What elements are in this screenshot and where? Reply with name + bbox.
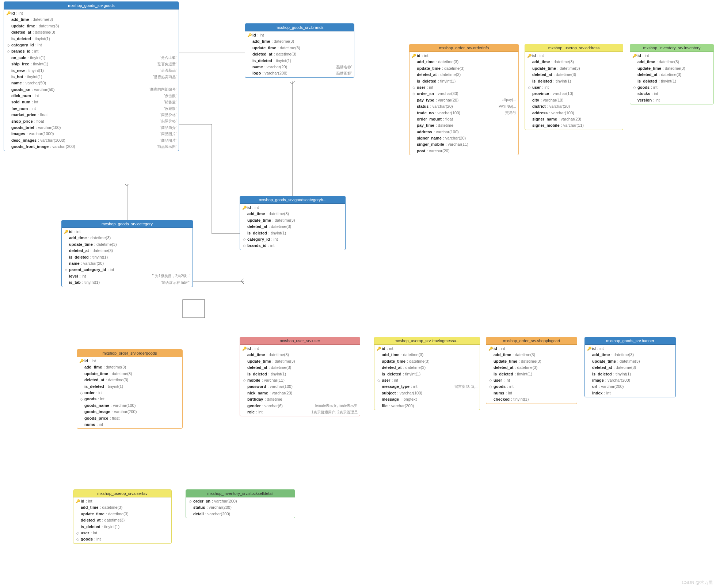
field-row[interactable]: ◇category_id: int	[4, 42, 179, 48]
entity-inventory[interactable]: mxshop_inventory_srv.inventory🔑id: intad…	[630, 44, 714, 104]
field-row[interactable]: update_time: datetime(3)	[62, 241, 193, 248]
field-row[interactable]: add_time: datetime(3)	[245, 38, 354, 45]
field-row[interactable]: update_time: datetime(3)	[374, 358, 480, 364]
field-row[interactable]: sold_num: int'销售量'	[4, 99, 179, 105]
field-row[interactable]: click_num: int'点击数'	[4, 93, 179, 99]
entity-title[interactable]: mxshop_order_srv.shoppingcart	[486, 337, 577, 345]
field-row[interactable]: deleted_at: datetime(3)	[77, 377, 182, 383]
field-row[interactable]: status: varchar(200)	[186, 504, 295, 511]
field-row[interactable]: update_time: datetime(3)	[585, 358, 675, 364]
field-row[interactable]: is_deleted: tinyint(1)	[240, 371, 360, 377]
field-row[interactable]: update_time: datetime(3)	[245, 45, 354, 51]
field-row[interactable]: signer_name: varchar(20)	[525, 116, 623, 122]
entity-title[interactable]: mxshop_goods_srv.brands	[245, 24, 354, 31]
field-row[interactable]: status: varchar(20)PAYING(...	[410, 103, 518, 110]
field-row[interactable]: index: int	[585, 390, 675, 396]
field-row[interactable]: order_mount: float	[410, 116, 518, 122]
field-row[interactable]: ◇brands_id: int	[240, 243, 345, 249]
field-row[interactable]: goods_name: varchar(100)	[77, 402, 182, 409]
field-row[interactable]: is_deleted: tinyint(1)	[62, 254, 193, 260]
field-row[interactable]: deleted_at: datetime(3)	[240, 364, 360, 371]
entity-title[interactable]: mxshop_goods_srv.goods	[4, 2, 179, 9]
field-row[interactable]: update_time: datetime(3)	[77, 371, 182, 377]
field-row[interactable]: add_time: datetime(3)	[62, 235, 193, 241]
field-row[interactable]: is_deleted: tinyint(1)	[77, 383, 182, 390]
field-row[interactable]: nick_name: varchar(20)	[240, 390, 360, 396]
field-row[interactable]: goods_image: varchar(200)	[77, 409, 182, 415]
field-row[interactable]: add_time: datetime(3)	[630, 59, 713, 65]
field-row[interactable]: nums: int	[77, 421, 182, 428]
field-row[interactable]: 🔑id: int	[630, 53, 713, 59]
field-row[interactable]: ◇mobile: varchar(11)	[240, 377, 360, 383]
field-row[interactable]: deleted_at: datetime(3)	[245, 51, 354, 57]
field-row[interactable]: ◇goods: int	[77, 396, 182, 402]
field-row[interactable]: 🔑id: int	[240, 205, 345, 211]
field-row[interactable]: pay_type: varchar(20)alipay(...	[410, 97, 518, 103]
entity-title[interactable]: mxshop_goods_srv.banner	[585, 337, 675, 345]
field-row[interactable]: deleted_at: datetime(3)	[630, 72, 713, 78]
field-row[interactable]: update_time: datetime(3)	[410, 65, 518, 72]
field-row[interactable]: pay_time: datetime	[410, 122, 518, 129]
entity-title[interactable]: mxshop_inventory_srv.inventory	[630, 44, 713, 52]
field-row[interactable]: 🔑id: int	[374, 345, 480, 352]
field-row[interactable]: district: varchar(20)	[525, 103, 623, 110]
field-row[interactable]: add_time: datetime(3)	[410, 59, 518, 65]
field-row[interactable]: ◇order_sn: varchar(200)	[186, 498, 295, 504]
field-row[interactable]: address: varchar(100)	[525, 110, 623, 116]
field-row[interactable]: ◇user: int	[410, 84, 518, 91]
field-row[interactable]: add_time: datetime(3)	[4, 16, 179, 23]
field-row[interactable]: deleted_at: datetime(3)	[410, 72, 518, 78]
field-row[interactable]: add_time: datetime(3)	[240, 352, 360, 358]
field-row[interactable]: 🔑id: int	[77, 358, 182, 364]
entity-brands[interactable]: mxshop_goods_srv.brands🔑id: intadd_time:…	[245, 23, 354, 78]
field-row[interactable]: add_time: datetime(3)	[73, 504, 171, 511]
field-row[interactable]: ◇category_id: int	[240, 236, 345, 243]
entity-title[interactable]: mxshop_order_srv.ordergoods	[77, 350, 182, 357]
field-row[interactable]: deleted_at: datetime(3)	[486, 364, 577, 371]
field-row[interactable]: password: varchar(100)	[240, 383, 360, 390]
entity-ordergoods[interactable]: mxshop_order_srv.ordergoods🔑id: intadd_t…	[77, 349, 183, 429]
entity-title[interactable]: mxshop_userop_srv.address	[525, 44, 623, 52]
field-row[interactable]: logo: varchar(200)'品牌图标'	[245, 70, 354, 76]
field-row[interactable]: is_deleted: tinyint(1)	[525, 78, 623, 84]
field-row[interactable]: goods_brief: varchar(100)'商品简介'	[4, 125, 179, 131]
field-row[interactable]: post: varchar(20)	[410, 148, 518, 154]
field-row[interactable]: goods_sn: varchar(50)'商家的内部编号'	[4, 87, 179, 93]
field-row[interactable]: is_hot: tinyint(1)'是否热卖商品'	[4, 74, 179, 80]
field-row[interactable]: is_deleted: tinyint(1)	[585, 371, 675, 377]
field-row[interactable]: ◇parent_category_id: int	[62, 267, 193, 273]
entity-shoppingcart[interactable]: mxshop_order_srv.shoppingcart🔑id: intadd…	[486, 337, 577, 404]
field-row[interactable]: ◇goods: int	[486, 383, 577, 390]
entity-title[interactable]: mxshop_inventory_srv.stockselldetail	[186, 490, 295, 497]
field-row[interactable]: ◇user: int	[374, 377, 480, 383]
field-row[interactable]: 🔑id: int	[73, 498, 171, 504]
field-row[interactable]: ◇goods: int	[73, 536, 171, 542]
field-row[interactable]: deleted_at: datetime(3)	[585, 364, 675, 371]
entity-title[interactable]: mxshop_user_srv.user	[240, 337, 360, 345]
field-row[interactable]: url: varchar(200)	[585, 383, 675, 390]
field-row[interactable]: is_deleted: tinyint(1)	[240, 230, 345, 236]
field-row[interactable]: deleted_at: datetime(3)	[4, 29, 179, 35]
entity-goods[interactable]: mxshop_goods_srv.goods🔑id: intadd_time: …	[4, 1, 179, 151]
field-row[interactable]: ◇brands_id: int	[4, 48, 179, 54]
field-row[interactable]: deleted_at: datetime(3)	[240, 224, 345, 230]
field-row[interactable]: 🔑id: int	[62, 229, 193, 235]
field-row[interactable]: stocks: int	[630, 91, 713, 97]
field-row[interactable]: file: varchar(200)	[374, 403, 480, 409]
field-row[interactable]: city: varchar(10)	[525, 97, 623, 103]
entity-userfav[interactable]: mxshop_userop_srv.userfav🔑id: intadd_tim…	[73, 489, 172, 544]
field-row[interactable]: 🔑id: int	[486, 345, 577, 352]
field-row[interactable]: deleted_at: datetime(3)	[525, 72, 623, 78]
field-row[interactable]: is_deleted: tinyint(1)	[73, 524, 171, 530]
field-row[interactable]: is_deleted: tinyint(1)	[630, 78, 713, 84]
field-row[interactable]: is_deleted: tinyint(1)	[374, 371, 480, 377]
field-row[interactable]: deleted_at: datetime(3)	[62, 248, 193, 254]
field-row[interactable]: 🔑id: int	[410, 53, 518, 59]
entity-title[interactable]: mxshop_goods_srv.goodscategoryb...	[240, 196, 345, 204]
entity-category[interactable]: mxshop_goods_srv.category🔑id: intadd_tim…	[61, 220, 193, 287]
field-row[interactable]: subject: varchar(100)	[374, 390, 480, 396]
field-row[interactable]: checked: tinyint(1)	[486, 396, 577, 402]
field-row[interactable]: add_time: datetime(3)	[585, 352, 675, 358]
field-row[interactable]: ◇user: int	[486, 377, 577, 383]
field-row[interactable]: ◇user: int	[73, 530, 171, 536]
